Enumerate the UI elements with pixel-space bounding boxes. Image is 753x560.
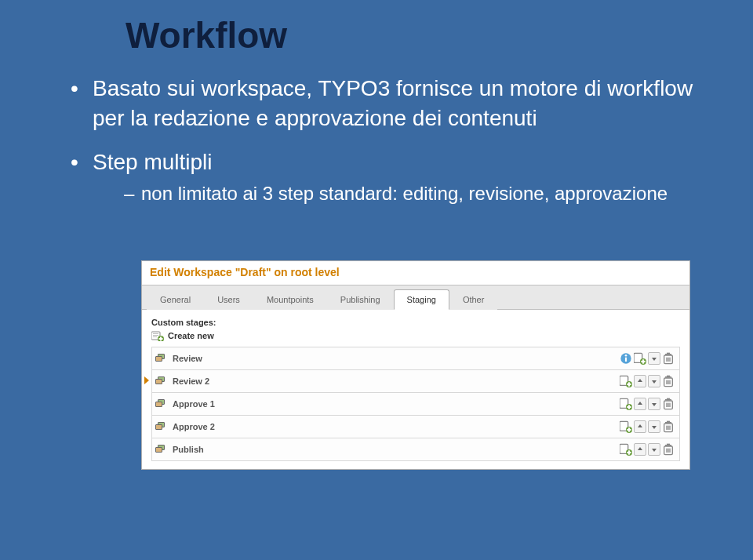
move-down-button[interactable] <box>648 420 660 433</box>
create-new-button[interactable]: Create new <box>151 330 680 341</box>
move-down-button[interactable] <box>648 352 660 365</box>
current-row-marker-icon <box>144 376 149 384</box>
svg-rect-43 <box>627 429 631 431</box>
svg-rect-1 <box>153 333 158 334</box>
svg-rect-38 <box>665 399 671 401</box>
svg-rect-39 <box>667 398 670 399</box>
delete-icon[interactable] <box>662 398 675 410</box>
sub-bullet: non limitato ai 3 step standard: editing… <box>124 181 714 205</box>
delete-icon[interactable] <box>662 420 675 433</box>
svg-rect-58 <box>665 445 671 446</box>
svg-rect-46 <box>668 426 668 430</box>
add-record-icon[interactable] <box>634 352 646 365</box>
svg-rect-13 <box>641 361 645 362</box>
move-up-button[interactable] <box>634 375 646 387</box>
svg-rect-29 <box>667 376 670 376</box>
add-record-icon[interactable] <box>620 398 632 410</box>
svg-rect-26 <box>668 380 668 384</box>
tab-publishing[interactable]: Publishing <box>327 289 394 310</box>
stage-icon <box>155 352 168 365</box>
stage-row[interactable]: Approve 1 <box>151 392 680 416</box>
new-record-icon <box>151 330 164 341</box>
stage-label: Review <box>173 354 202 363</box>
svg-rect-36 <box>668 403 668 407</box>
tab-mountpoints[interactable]: Mountpoints <box>253 289 327 310</box>
add-record-icon[interactable] <box>620 375 632 387</box>
svg-rect-6 <box>159 338 163 340</box>
svg-rect-27 <box>669 380 670 384</box>
delete-icon[interactable] <box>662 352 675 365</box>
svg-rect-28 <box>665 376 671 378</box>
delete-icon[interactable] <box>662 375 675 387</box>
svg-rect-59 <box>667 444 670 445</box>
svg-point-9 <box>625 355 628 357</box>
add-record-icon[interactable] <box>620 443 632 456</box>
move-up-button[interactable] <box>634 420 646 433</box>
move-down-button[interactable] <box>648 398 660 410</box>
svg-rect-56 <box>668 449 668 453</box>
tab-bar: General Users Mountpoints Publishing Sta… <box>142 285 689 310</box>
stage-icon <box>155 375 168 387</box>
move-up-button[interactable] <box>634 443 646 456</box>
stage-label: Approve 1 <box>173 399 215 409</box>
bullet-item: Step multipli non limitato ai 3 step sta… <box>71 147 714 206</box>
bullet-list: Basato sui workspace, TYPO3 fornisce un … <box>39 74 714 206</box>
svg-rect-49 <box>667 421 670 422</box>
workspace-panel: Edit Workspace "Draft" on root level Gen… <box>141 260 690 470</box>
tab-users[interactable]: Users <box>204 289 253 310</box>
move-up-button[interactable] <box>634 398 646 410</box>
svg-rect-47 <box>669 426 670 430</box>
svg-rect-23 <box>627 384 631 385</box>
create-new-label: Create new <box>168 331 214 340</box>
panel-body: Custom stages: Create new ReviewReview 2… <box>142 310 689 469</box>
bullet-item: Basato sui workspace, TYPO3 fornisce un … <box>71 74 714 133</box>
info-icon[interactable] <box>620 352 632 365</box>
tab-other[interactable]: Other <box>449 289 498 310</box>
stage-row[interactable]: Review <box>151 347 680 370</box>
svg-rect-17 <box>669 358 670 362</box>
move-down-button[interactable] <box>648 375 660 387</box>
stage-icon <box>155 420 168 433</box>
stage-label: Publish <box>173 445 204 454</box>
svg-rect-45 <box>666 426 667 430</box>
svg-rect-8 <box>625 358 627 362</box>
svg-rect-48 <box>665 422 671 424</box>
tab-staging[interactable]: Staging <box>394 289 449 310</box>
move-down-button[interactable] <box>648 443 660 456</box>
svg-rect-18 <box>665 354 671 355</box>
panel-title: Edit Workspace "Draft" on root level <box>142 261 689 285</box>
svg-rect-35 <box>666 403 667 407</box>
stage-label: Review 2 <box>173 376 209 386</box>
bullet-text: Step multipli <box>93 150 213 174</box>
slide-title: Workflow <box>126 14 714 56</box>
add-record-icon[interactable] <box>620 420 632 433</box>
svg-rect-33 <box>627 406 631 408</box>
svg-rect-37 <box>669 403 670 407</box>
svg-rect-53 <box>627 452 631 453</box>
stage-icon <box>155 398 168 410</box>
stage-row[interactable]: Review 2 <box>151 369 680 393</box>
stage-icon <box>155 443 168 456</box>
stage-row[interactable]: Publish <box>151 438 680 461</box>
svg-rect-19 <box>667 353 670 354</box>
svg-rect-15 <box>666 358 667 362</box>
svg-rect-2 <box>153 335 158 336</box>
svg-rect-16 <box>668 358 668 362</box>
svg-rect-3 <box>153 336 157 337</box>
section-label: Custom stages: <box>151 318 680 327</box>
delete-icon[interactable] <box>662 443 675 456</box>
svg-rect-57 <box>669 449 670 453</box>
stage-row[interactable]: Approve 2 <box>151 415 680 438</box>
svg-rect-25 <box>666 380 667 384</box>
stage-label: Approve 2 <box>173 422 215 431</box>
tab-general[interactable]: General <box>147 289 204 310</box>
svg-rect-55 <box>666 449 667 453</box>
